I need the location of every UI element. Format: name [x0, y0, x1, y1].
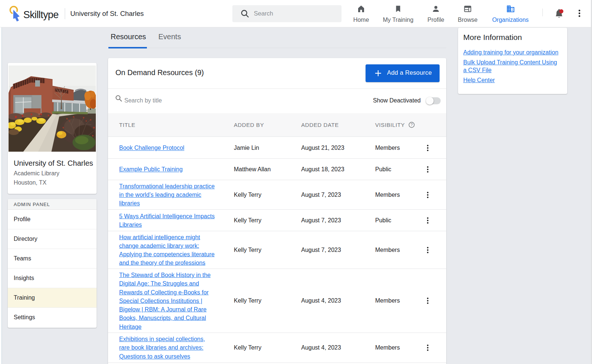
svg-text:?: ?	[411, 122, 413, 127]
